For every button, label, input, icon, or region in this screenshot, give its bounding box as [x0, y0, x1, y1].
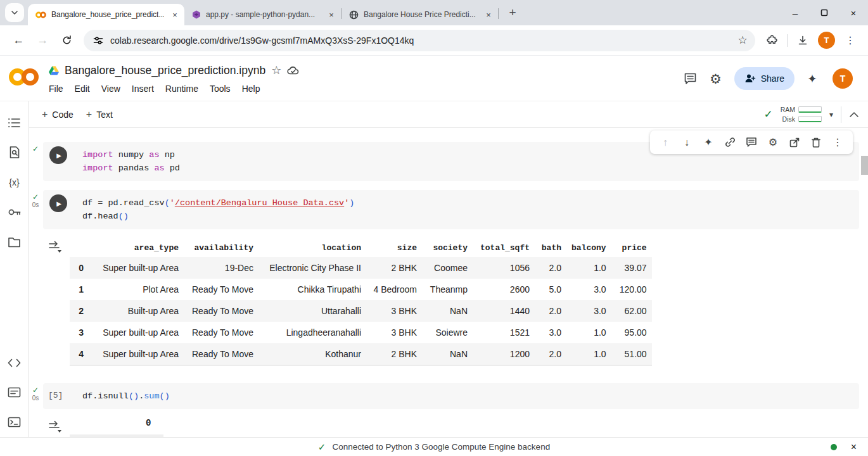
df-cell: 2600 — [473, 279, 535, 300]
connection-status-text: Connected to Python 3 Google Compute Eng… — [332, 442, 550, 452]
settings-button[interactable]: ⚙ — [710, 72, 722, 86]
menu-file[interactable]: File — [43, 81, 69, 96]
maximize-icon — [820, 9, 828, 16]
notebook-title[interactable]: Bangalore_house_price_prediction.ipynb — [65, 64, 265, 77]
run-cell-button[interactable]: ▶ — [49, 146, 67, 164]
open-in-tab-button[interactable] — [784, 133, 805, 152]
add-code-button[interactable]: + Code — [35, 105, 80, 124]
df-cell: 62.00 — [611, 300, 652, 322]
menu-bar: File Edit View Insert Runtime Tools Help — [43, 81, 300, 96]
menu-runtime[interactable]: Runtime — [160, 81, 204, 96]
bookmark-star-icon[interactable]: ☆ — [734, 32, 751, 49]
tab-search-button[interactable] — [5, 3, 24, 22]
find-replace-button[interactable] — [2, 137, 27, 167]
browser-tab-website[interactable]: Bangalore House Price Predicti... × — [341, 4, 498, 25]
comment-cell-button[interactable] — [741, 133, 762, 152]
code-line[interactable]: df = pd.read_csv('/content/Bengaluru_Hou… — [82, 196, 853, 210]
output-options-icon[interactable] — [48, 421, 63, 433]
forward-button[interactable]: → — [32, 30, 53, 51]
url-text[interactable]: colab.research.google.com/drive/1s9Gw-gc… — [110, 35, 727, 46]
df-cell: 1.0 — [566, 343, 611, 365]
colab-logo-ring — [22, 68, 39, 86]
code-cell-read-csv[interactable]: ✓ 0s ▶ df = pd.read_csv('/content/Bengal… — [43, 190, 859, 229]
gemini-cell-icon[interactable]: ✦ — [698, 133, 718, 152]
collapse-toolbar-button[interactable] — [849, 111, 859, 118]
resource-gauges[interactable]: RAM Disk — [781, 106, 822, 123]
files-button[interactable] — [2, 227, 27, 256]
menu-tools[interactable]: Tools — [204, 81, 236, 96]
tab-close-icon[interactable]: × — [169, 9, 181, 20]
df-cell: 5.0 — [535, 279, 566, 300]
link-cell-button[interactable] — [720, 133, 740, 152]
df-head-table: area_typeavailabilitylocationsizesociety… — [70, 238, 652, 365]
reload-button[interactable] — [56, 30, 77, 51]
colab-logo[interactable] — [9, 67, 39, 86]
df-body: 0Super built-up Area19-DecElectronic Cit… — [70, 257, 652, 365]
dismiss-status-button[interactable]: × — [851, 441, 857, 453]
run-cell-button[interactable]: ▶ — [49, 194, 67, 212]
browser-tab-colab[interactable]: Bangalore_house_price_predict... × — [28, 4, 184, 25]
command-palette-button[interactable] — [2, 377, 27, 407]
cell-settings-button[interactable]: ⚙ — [763, 133, 783, 152]
browser-menu-button[interactable]: ⋮ — [840, 30, 860, 51]
menu-edit[interactable]: Edit — [69, 81, 96, 96]
terminal-button[interactable] — [2, 407, 27, 437]
downloads-button[interactable] — [793, 30, 813, 51]
star-notebook-icon[interactable]: ☆ — [271, 63, 281, 77]
variables-button[interactable]: {x} — [2, 167, 27, 197]
df-cell: 3 BHK — [366, 322, 422, 343]
code-line[interactable]: df.isnull().sum() — [82, 390, 853, 403]
menu-insert[interactable]: Insert — [126, 81, 160, 96]
colab-profile-avatar[interactable]: T — [833, 68, 853, 89]
df-cell: Ready To Move — [184, 279, 258, 300]
df-cell: 1440 — [473, 300, 535, 322]
df-row: 4Super built-up AreaReady To MoveKothanu… — [70, 343, 652, 365]
df-cell: 1.0 — [566, 322, 611, 343]
df-cell: 2 BHK — [366, 343, 422, 365]
browser-tab-editor[interactable]: app.py - sample-python-pydan... × — [184, 4, 341, 25]
delete-cell-button[interactable] — [806, 133, 826, 152]
df-cell: 3 BHK — [366, 300, 422, 322]
cell-code-editor[interactable]: df = pd.read_csv('/content/Bengaluru_Hou… — [43, 190, 859, 229]
comments-button[interactable] — [684, 72, 697, 85]
secrets-button[interactable] — [2, 197, 27, 227]
cell-exec-time: 0s — [30, 395, 41, 402]
back-button[interactable]: ← — [8, 30, 29, 51]
menu-help[interactable]: Help — [236, 81, 266, 96]
site-settings-icon[interactable] — [93, 35, 104, 46]
window-maximize-button[interactable] — [810, 0, 839, 25]
window-close-button[interactable]: × — [839, 0, 868, 25]
tab-close-icon[interactable]: × — [483, 9, 494, 20]
df-cell: 120.00 — [611, 279, 652, 300]
tab-close-icon[interactable]: × — [326, 9, 337, 20]
code-snippets-button[interactable] — [2, 348, 27, 377]
omnibox[interactable]: colab.research.google.com/drive/1s9Gw-gc… — [84, 30, 755, 51]
cell-more-actions-button[interactable]: ⋮ — [827, 133, 848, 152]
menu-view[interactable]: View — [96, 81, 126, 96]
browser-profile-avatar[interactable]: T — [818, 32, 835, 49]
df-column-header: area_type — [89, 238, 184, 257]
window-minimize-button[interactable]: – — [781, 0, 810, 25]
extensions-button[interactable] — [762, 30, 782, 51]
move-cell-down-button[interactable]: ↓ — [677, 133, 697, 152]
df-cell: Lingadheeranahalli — [258, 322, 366, 343]
output-options-icon[interactable] — [48, 241, 63, 253]
download-icon — [797, 35, 808, 46]
notebook-scrollbar-thumb[interactable] — [861, 156, 868, 175]
table-of-contents-button[interactable] — [2, 108, 27, 137]
code-cell-isnull[interactable]: ✓ 0s [5] df.isnull().sum() — [43, 383, 859, 409]
execution-count[interactable]: [5] — [48, 391, 63, 400]
add-text-button[interactable]: + Text — [80, 105, 119, 124]
share-button[interactable]: Share — [734, 67, 795, 90]
gemini-sparkle-icon[interactable]: ✦ — [807, 73, 817, 85]
cloud-saved-icon[interactable] — [287, 65, 300, 75]
tab-title: Bangalore House Price Predicti... — [364, 10, 478, 19]
new-tab-button[interactable]: + — [504, 4, 521, 22]
move-cell-up-button[interactable]: ↑ — [655, 133, 675, 152]
tab-title: Bangalore_house_price_predict... — [51, 10, 164, 19]
code-line[interactable]: import pandas as pd — [82, 162, 853, 175]
cell-success-check-icon: ✓ — [30, 386, 41, 395]
resources-dropdown-icon[interactable]: ▾ — [829, 110, 833, 119]
code-line[interactable]: df.head() — [82, 210, 853, 223]
cell-code-editor[interactable]: df.isnull().sum() — [43, 383, 859, 409]
